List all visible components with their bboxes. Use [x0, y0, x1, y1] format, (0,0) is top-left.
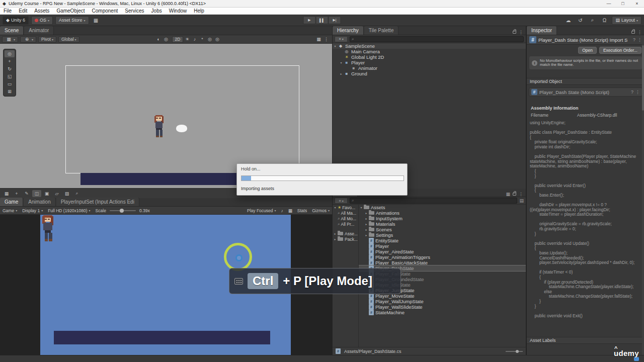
effects-dropdown-icon[interactable]: * [198, 37, 206, 42]
expander-icon[interactable]: ▸ [333, 232, 338, 235]
tab-game[interactable]: Game [0, 198, 23, 206]
menu-services[interactable]: Services [121, 8, 147, 14]
asset-store-dropdown[interactable]: Asset Store ▾ [55, 16, 89, 25]
expander-icon[interactable]: ▾ [333, 44, 338, 48]
project-file-player-airedstate[interactable]: Player_AiredState [359, 249, 526, 254]
project-file-entitystate[interactable]: EntityState [359, 238, 526, 243]
create-asset-button[interactable]: +▾ [335, 198, 348, 204]
hierarchy-item-main-camera[interactable]: ◎ Main Camera [333, 49, 526, 54]
shading-mode-icon[interactable]: ◐ [155, 37, 163, 42]
project-item-assets-root[interactable]: ▾ Assets [359, 205, 526, 210]
kebab-menu-icon[interactable]: ⋮ [635, 89, 640, 95]
icon-size-slider[interactable] [506, 351, 523, 352]
project-file-player-animationtriggers[interactable]: Player_AnimationTriggers [359, 254, 526, 260]
scale-slider[interactable] [110, 210, 136, 211]
favorite-all-materials[interactable]: ⌕ All Ma... [333, 210, 359, 216]
scene-visibility-icon[interactable]: ◎ [206, 37, 213, 42]
tab-hierarchy[interactable]: Hierarchy [333, 26, 364, 35]
menu-file[interactable]: File [0, 8, 15, 14]
scrollbar-thumb[interactable] [642, 45, 644, 111]
pause-button[interactable]: ▌▌ [316, 16, 329, 24]
menu-window[interactable]: Window [166, 8, 191, 14]
project-folder-settings[interactable]: ▸Settings [359, 232, 526, 238]
tab-animator[interactable]: Animator [24, 26, 54, 35]
expander-icon[interactable]: ▸ [364, 222, 369, 226]
tile-search-tool[interactable]: ⌕ [72, 190, 82, 197]
hierarchy-item-global-light[interactable]: ☀ Global Light 2D [333, 54, 526, 60]
menu-gameobject[interactable]: GameObject [53, 8, 88, 14]
tile-eraser-tool[interactable]: ▱ [52, 190, 61, 197]
audio-toggle-icon[interactable]: ♪ [191, 37, 198, 42]
hierarchy-search-input[interactable] [355, 37, 522, 41]
expander-icon[interactable]: ▾ [359, 206, 364, 209]
tile-select-tool[interactable]: ▦ [2, 190, 11, 197]
hierarchy-item-player[interactable]: ▾ ■ Player [333, 60, 526, 65]
tab-scene[interactable]: Scene [0, 26, 24, 35]
play-focused-dropdown[interactable]: Play Focused▾ [245, 208, 279, 213]
execution-order-button[interactable]: Execution Order... [599, 47, 641, 54]
step-button[interactable]: ▶| [329, 16, 341, 24]
expander-icon[interactable]: ▸ [364, 233, 369, 237]
menu-edit[interactable]: Edit [15, 8, 31, 14]
scale-tool-button[interactable]: ◱ [5, 73, 15, 80]
expander-icon[interactable]: ▾ [339, 61, 344, 64]
help-icon[interactable]: ? [633, 37, 635, 42]
tile-brush-tool[interactable]: ✎ [22, 190, 31, 197]
maximize-button[interactable]: □ [616, 0, 630, 7]
menu-assets[interactable]: Assets [31, 8, 53, 14]
root-assets[interactable]: ▸ Asse... [333, 231, 359, 236]
expander-icon[interactable]: ▸ [364, 228, 369, 231]
undo-history-icon[interactable]: ↺ [575, 16, 585, 25]
tile-fill-tool[interactable]: ▨ [62, 190, 71, 197]
hierarchy-item-ground[interactable]: ▸ ■ Ground [333, 71, 526, 76]
view-tool-button[interactable]: ◎ [5, 50, 15, 57]
expander-icon[interactable]: ▸ [333, 237, 338, 241]
transform-tool-button[interactable]: ⊞ [5, 88, 15, 95]
pivot-rotation-dropdown[interactable]: Global▾ [58, 36, 79, 43]
expander-icon[interactable]: ▸ [364, 211, 369, 215]
hierarchy-item-animator[interactable]: ■ Animator [333, 65, 526, 71]
kebab-menu-icon[interactable]: ⋮ [637, 37, 642, 42]
inspector-scrollbar[interactable] [642, 35, 644, 355]
stats-button[interactable]: Stats [295, 208, 309, 213]
search-by-type-icon[interactable]: ▤ [519, 198, 524, 203]
menu-component[interactable]: Component [89, 8, 122, 14]
my-assets-icon[interactable]: ▦ [91, 16, 101, 25]
expander-icon[interactable]: ▸ [339, 72, 344, 75]
lock-icon[interactable] [631, 31, 635, 34]
hierarchy-item-samplescene[interactable]: ▾ ◆ SampleScene [333, 43, 526, 49]
mute-audio-icon[interactable]: ♪ [279, 208, 286, 213]
rect-tool-button[interactable]: ▭ [5, 80, 15, 87]
add-gameobject-button[interactable]: +▾ [335, 36, 348, 42]
grid-view-icon[interactable]: ▦ [506, 192, 510, 197]
scene-camera-icon[interactable]: ◎ [213, 37, 221, 42]
resolution-dropdown[interactable]: Full HD (1920x1080)▾ [45, 207, 93, 214]
game-view-dropdown[interactable]: Game▾ [0, 207, 20, 214]
lock-icon[interactable] [513, 31, 516, 34]
favorite-all-prefabs[interactable]: ⌕ All Pr... [333, 221, 359, 227]
favorites-header[interactable]: ▾ ★ Favo... [333, 205, 359, 210]
tile-picker-tool[interactable]: ▣ [42, 190, 51, 197]
notifications-bell-icon[interactable]: Ω [599, 16, 609, 25]
project-folder-inputsystem[interactable]: ▸InputSystem [359, 216, 526, 221]
unity-version-button[interactable]: ◆ Unity 6 [3, 16, 29, 25]
project-file-player-walljumpstate[interactable]: Player_WallJumpState [359, 299, 526, 304]
tab-tile-palette[interactable]: Tile Palette [364, 26, 399, 35]
help-icon[interactable]: ? [631, 89, 633, 95]
render-mode-icon[interactable]: ◎ [163, 37, 170, 42]
tile-box-tool[interactable]: ◫ [32, 190, 41, 197]
favorite-all-models[interactable]: ⌕ All Mo... [333, 216, 359, 221]
lock-icon[interactable] [513, 193, 516, 196]
console-notification-icon[interactable] [634, 357, 639, 361]
expander-icon[interactable]: ▸ [364, 217, 369, 220]
tile-move-tool[interactable]: + [12, 190, 21, 197]
project-folder-scenes[interactable]: ▸Scenes [359, 227, 526, 232]
scale-slider-knob[interactable] [120, 209, 124, 213]
lighting-toggle-icon[interactable]: ☀ [183, 37, 191, 42]
overflow-menu-icon[interactable]: ⋮ [323, 37, 330, 42]
os-dropdown[interactable]: OS ▾ [31, 16, 53, 25]
grid-visibility-dropdown[interactable]: ▦▾ [2, 36, 18, 43]
move-tool-button[interactable]: + [5, 58, 15, 65]
snap-settings-dropdown[interactable]: ⊕▾ [20, 36, 36, 43]
icon-size-knob[interactable] [516, 350, 519, 353]
